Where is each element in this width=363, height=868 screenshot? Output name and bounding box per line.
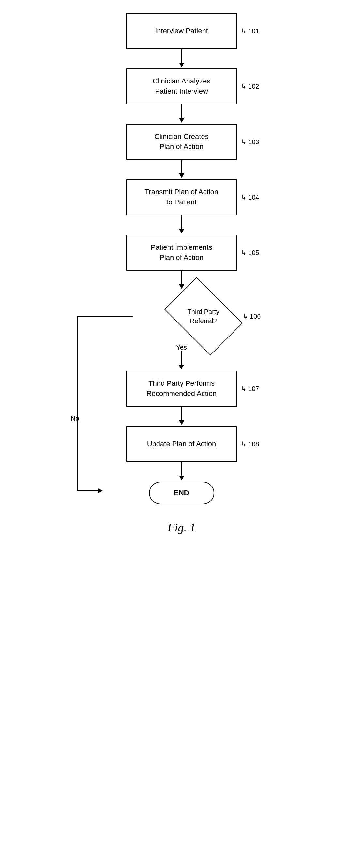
connector-line-6: [181, 351, 182, 365]
node-101-row: Interview Patient ↳ 101: [126, 13, 237, 49]
connector-5: [179, 271, 184, 290]
arrow-head-2: [179, 118, 184, 123]
node-104: Transmit Plan of Actionto Patient ↳ 104: [126, 179, 237, 215]
connector-line-3: [181, 160, 182, 174]
arrow-head-6: [179, 365, 184, 369]
ref-105: ↳ 105: [241, 248, 259, 257]
end-label: END: [174, 489, 189, 497]
yes-branch: Yes: [176, 342, 187, 371]
node-105-row: Patient ImplementsPlan of Action ↳ 105: [126, 235, 237, 271]
node-103-row: Clinician CreatesPlan of Action ↳ 103: [126, 124, 237, 160]
node-107: Third Party PerformsRecommended Action ↳…: [126, 371, 237, 407]
node-105-label: Patient ImplementsPlan of Action: [151, 243, 212, 263]
connector-4: [179, 215, 184, 235]
arrow-head-4: [179, 229, 184, 234]
node-106-label: Third PartyReferral?: [187, 307, 219, 326]
svg-marker-3: [98, 489, 103, 493]
connector-line-4: [181, 215, 182, 229]
yes-label: Yes: [176, 344, 187, 351]
arrow-head-8: [179, 476, 184, 480]
node-106: Third PartyReferral?: [168, 290, 239, 342]
ref-103: ↳ 103: [241, 137, 259, 146]
connector-line-5: [181, 271, 182, 284]
node-108: Update Plan of Action ↳ 108: [126, 426, 237, 462]
node-102-label: Clinician AnalyzesPatient Interview: [153, 76, 210, 96]
diamond-row: Third PartyReferral? ↳ 106: [102, 290, 261, 342]
node-102-row: Clinician AnalyzesPatient Interview ↳ 10…: [126, 68, 237, 104]
svg-text:No: No: [71, 415, 79, 422]
node-102: Clinician AnalyzesPatient Interview ↳ 10…: [126, 68, 237, 104]
connector-1: [179, 49, 184, 68]
ref-106: ↳ 106: [243, 312, 261, 320]
node-107-row: Third Party PerformsRecommended Action ↳…: [126, 371, 237, 407]
node-104-row: Transmit Plan of Actionto Patient ↳ 104: [126, 179, 237, 215]
diagram-container: Interview Patient ↳ 101 Clinician Analyz…: [0, 0, 363, 554]
connector-3: [179, 160, 184, 179]
arrow-head-3: [179, 174, 184, 178]
node-104-label: Transmit Plan of Actionto Patient: [145, 187, 218, 207]
connector-8: [179, 462, 184, 482]
connector-2: [179, 104, 184, 124]
end-terminal: END: [149, 482, 214, 504]
diamond-section: Third PartyReferral? ↳ 106 Yes Third Par…: [67, 290, 296, 504]
arrow-head-7: [179, 420, 184, 425]
ref-102: ↳ 102: [241, 82, 259, 91]
connector-line-8: [181, 462, 182, 476]
node-103-label: Clinician CreatesPlan of Action: [154, 132, 208, 152]
ref-101: ↳ 101: [241, 26, 259, 35]
connector-6: [179, 351, 184, 371]
node-108-row: Update Plan of Action ↳ 108: [126, 426, 237, 462]
ref-107: ↳ 107: [241, 384, 259, 393]
ref-108: ↳ 108: [241, 439, 259, 449]
connector-line-7: [181, 407, 182, 420]
connector-7: [179, 407, 184, 426]
node-105: Patient ImplementsPlan of Action ↳ 105: [126, 235, 237, 271]
ref-104: ↳ 104: [241, 193, 259, 202]
arrow-head-1: [179, 63, 184, 67]
node-101: Interview Patient ↳ 101: [126, 13, 237, 49]
node-103: Clinician CreatesPlan of Action ↳ 103: [126, 124, 237, 160]
arrow-head-5: [179, 284, 184, 289]
node-108-label: Update Plan of Action: [147, 439, 216, 449]
node-101-label: Interview Patient: [155, 26, 208, 36]
figure-caption: Fig. 1: [168, 521, 196, 534]
connector-line-2: [181, 104, 182, 118]
node-107-label: Third Party PerformsRecommended Action: [146, 378, 217, 399]
connector-line-1: [181, 49, 182, 63]
